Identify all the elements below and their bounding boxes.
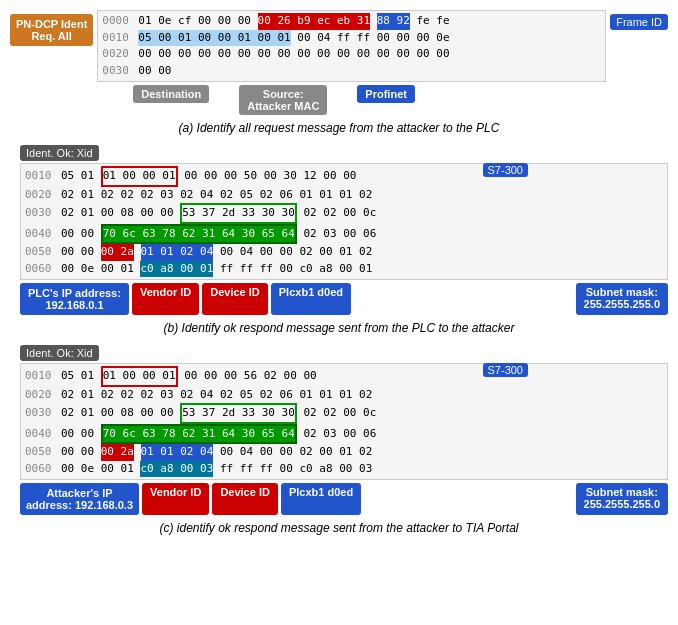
hex-bytes: 00 00 00 0e: [377, 30, 450, 47]
hex-addr: 0010: [25, 368, 57, 385]
hex-bytes: 05 01: [61, 368, 101, 385]
hex-bytes: [134, 244, 141, 261]
hex-addr: 0040: [25, 426, 57, 443]
hex-addr: 0020: [25, 187, 57, 204]
hex-row: 0050 00 00 00 2a 01 01 02 04 00 04 00 00…: [25, 444, 663, 461]
hex-block-b: 0010 05 01 01 00 00 01 00 00 00 50 00 30…: [20, 163, 668, 280]
hex-bytes: 02 01 00 08 00 00: [61, 205, 180, 222]
hex-addr: 0050: [25, 444, 57, 461]
hex-bytes: 00 04 00 00 02 00 01 02: [213, 244, 372, 261]
hex-row: 0030 02 01 00 08 00 00 53 37 2d 33 30 30…: [25, 403, 663, 424]
hex-addr: 0050: [25, 244, 57, 261]
hex-bytes: 02 02 00 0c: [297, 405, 376, 422]
label-source: Source: Attacker MAC: [239, 85, 327, 115]
hex-highlight-device: 01 01 02 04: [141, 244, 214, 261]
caption-a: (a) Identify all request message from th…: [10, 121, 668, 135]
hex-addr: 0020: [25, 387, 57, 404]
hex-row: 0020 02 01 02 02 02 03 02 04 02 05 02 06…: [25, 187, 663, 204]
hex-block-a: 0000 01 0e cf 00 00 00 00 26 b9 ec eb 31…: [97, 10, 606, 82]
hex-bytes: 00 0e 00 01: [61, 461, 140, 478]
hex-bytes: 00 00 00 50 00 30 12 00 00: [178, 168, 357, 185]
caption-c: (c) identify ok respond message sent fro…: [10, 521, 668, 535]
bottom-labels-c: Attacker's IP address: 192.168.0.3 Vendo…: [20, 483, 668, 515]
hex-bytes: 05 01: [61, 168, 101, 185]
hex-area-c-container: S7-300 0010 05 01 01 00 00 01 00 00 00 5…: [20, 363, 668, 480]
hex-row: 0030 00 00: [102, 63, 601, 80]
section-a-top: PN-DCP Ident Req. All 0000 01 0e cf 00 0…: [10, 10, 668, 115]
hex-highlight-plcname: 70 6c 63 78 62 31 64 30 65 64: [101, 224, 297, 245]
section-c-wrap: Ident. Ok: Xid S7-300 0010 05 01 01 00 0…: [20, 345, 668, 515]
hex-bytes: 00 00: [138, 63, 171, 80]
label-device-id-b: Device ID: [202, 283, 268, 315]
hex-highlight-s7-green-c: 53 37 2d 33 30 30: [180, 403, 297, 424]
hex-highlight-s7-green: 53 37 2d 33 30 30: [180, 203, 297, 224]
label-destination: Destination: [133, 85, 209, 103]
hex-bytes: 00 0e 00 01: [61, 261, 140, 278]
hex-addr: 0060: [25, 461, 57, 478]
hex-highlight-outlined: 01 00 00 01: [101, 166, 178, 187]
hex-bytes: 00 00 00 00 00 00 00 00 00 00 00 00 00 0…: [138, 46, 449, 63]
label-plcxb1-b: Plcxb1 d0ed: [271, 283, 351, 315]
section-a: PN-DCP Ident Req. All 0000 01 0e cf 00 0…: [10, 10, 668, 135]
hex-row: 0020 00 00 00 00 00 00 00 00 00 00 00 00…: [102, 46, 601, 63]
hex-bytes: 02 03 00 06: [297, 226, 376, 243]
label-profinet: Profinet: [357, 85, 415, 103]
hex-highlight-src: 00 26 b9 ec eb 31: [258, 13, 371, 30]
hex-bytes: 00 00: [61, 426, 101, 443]
label-plcxb1-c: Plcxb1 d0ed: [281, 483, 361, 515]
hex-row: 0020 02 01 02 02 02 03 02 04 02 05 02 06…: [25, 387, 663, 404]
hex-addr: 0000: [102, 13, 134, 30]
hex-bytes: ff ff ff 00 c0 a8 00 03: [213, 461, 372, 478]
hex-highlight-frameid: 88 92: [377, 13, 410, 30]
label-subnet-b: Subnet mask: 255.2555.255.0: [576, 283, 668, 315]
ident-ok-label-c: Ident. Ok: Xid: [20, 345, 99, 361]
hex-row: 0010 05 00 01 00 00 01 00 01 00 04 ff ff…: [102, 30, 601, 47]
hex-highlight-vendor-c: 00 2a: [101, 444, 134, 461]
hex-row: 0040 00 00 70 6c 63 78 62 31 64 30 65 64…: [25, 424, 663, 445]
section-b-wrap: Ident. Ok: Xid S7-300 0010 05 01 01 00 0…: [20, 145, 668, 315]
hex-highlight-dest: 05 00 01 00 00 01 00 01: [138, 30, 290, 47]
hex-row: 0060 00 0e 00 01 c0 a8 00 03 ff ff ff 00…: [25, 461, 663, 478]
hex-bytes: 00 00 00 56 02 00 00: [178, 368, 317, 385]
hex-addr: 0030: [102, 63, 134, 80]
s7-300-label-b: S7-300: [483, 163, 528, 177]
hex-addr: 0030: [25, 205, 57, 222]
ident-ok-label-b: Ident. Ok: Xid: [20, 145, 99, 161]
hex-highlight-plcname-c: 70 6c 63 78 62 31 64 30 65 64: [101, 424, 297, 445]
hex-bytes: ff ff ff 00 c0 a8 00 01: [213, 261, 372, 278]
hex-row: 0040 00 00 70 6c 63 78 62 31 64 30 65 64…: [25, 224, 663, 245]
hex-addr: 0060: [25, 261, 57, 278]
hex-highlight-vendor: 00 2a: [101, 244, 134, 261]
hex-bytes: 00 00: [61, 244, 101, 261]
label-attacker-ip: Attacker's IP address: 192.168.0.3: [20, 483, 139, 515]
hex-addr: 0010: [25, 168, 57, 185]
hex-addr: 0030: [25, 405, 57, 422]
hex-bytes: 00 04 ff ff: [291, 30, 377, 47]
hex-row: 0010 05 01 01 00 00 01 00 00 00 50 00 30…: [25, 166, 663, 187]
hex-row: 0050 00 00 00 2a 01 01 02 04 00 04 00 00…: [25, 244, 663, 261]
hex-bytes: 01 0e cf 00 00 00: [138, 13, 257, 30]
section-c: Ident. Ok: Xid S7-300 0010 05 01 01 00 0…: [10, 345, 668, 535]
hex-bytes: 02 03 00 06: [297, 426, 376, 443]
hex-addr: 0020: [102, 46, 134, 63]
hex-bytes: 00 00: [61, 444, 101, 461]
hex-highlight-ip: c0 a8 00 01: [140, 261, 213, 278]
hex-row: 0010 05 01 01 00 00 01 00 00 00 56 02 00…: [25, 366, 663, 387]
hex-bytes: 00 04 00 00 02 00 01 02: [213, 444, 372, 461]
hex-block-c: 0010 05 01 01 00 00 01 00 00 00 56 02 00…: [20, 363, 668, 480]
pn-dcp-label: PN-DCP Ident Req. All: [10, 14, 93, 46]
hex-bytes: 02 01 00 08 00 00: [61, 405, 180, 422]
hex-area-a: 0000 01 0e cf 00 00 00 00 26 b9 ec eb 31…: [97, 10, 606, 115]
hex-addr: 0010: [102, 30, 134, 47]
hex-bytes: 02 01 02 02 02 03 02 04 02 05 02 06 01 0…: [61, 387, 372, 404]
hex-highlight-outlined-c: 01 00 00 01: [101, 366, 178, 387]
s7-300-label-c: S7-300: [483, 363, 528, 377]
label-vendor-id-b: Vendor ID: [132, 283, 199, 315]
hex-bytes: [370, 13, 377, 30]
hex-highlight-ip-c: c0 a8 00 03: [140, 461, 213, 478]
hex-row: 0030 02 01 00 08 00 00 53 37 2d 33 30 30…: [25, 203, 663, 224]
hex-bytes: 00 00: [61, 226, 101, 243]
frame-id-label: Frame ID: [610, 14, 668, 30]
label-plc-ip: PLC's IP address: 192.168.0.1: [20, 283, 129, 315]
hex-bytes: [134, 444, 141, 461]
